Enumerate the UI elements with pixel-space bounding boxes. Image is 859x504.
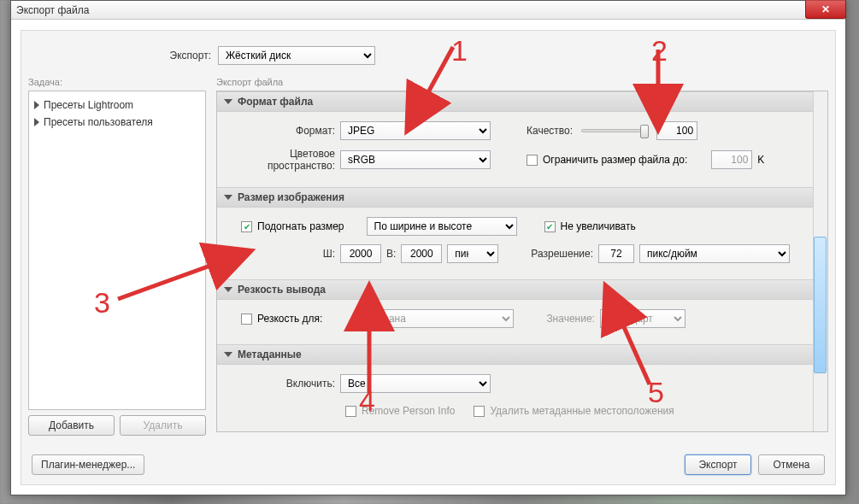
settings-scroll: Формат файла Формат: JPEG Качество: Цв xyxy=(216,91,828,432)
export-dialog: Экспорт файла ✕ Экспорт: Жёсткий диск За… xyxy=(10,0,846,495)
preset-user[interactable]: Пресеты пользователя xyxy=(32,114,202,131)
scrollbar[interactable] xyxy=(813,91,827,431)
format-select[interactable]: JPEG xyxy=(340,121,491,140)
limit-filesize-input[interactable] xyxy=(711,150,752,169)
dialog-body: Экспорт: Жёсткий диск Задача: Пресеты Li… xyxy=(21,30,836,485)
section-sharpen-body: Резкость для: Экрана Значение: Стандарт xyxy=(217,300,827,344)
chevron-down-icon xyxy=(224,195,232,200)
remove-location-checkbox[interactable] xyxy=(474,406,485,417)
export-destination-row: Экспорт: Жёсткий диск xyxy=(21,31,835,77)
window-title: Экспорт файла xyxy=(16,4,89,16)
preset-label: Пресеты пользователя xyxy=(44,116,153,128)
fit-checkbox[interactable]: ✔ xyxy=(241,221,252,232)
triangle-icon xyxy=(34,118,39,126)
footer: Плагин-менеджер... Экспорт Отмена xyxy=(21,445,835,484)
close-icon: ✕ xyxy=(821,3,830,15)
width-label: Ш: xyxy=(227,248,335,260)
format-label: Формат: xyxy=(227,125,335,137)
sharpen-amount-label: Значение: xyxy=(546,313,595,325)
sidebar: Задача: Пресеты Lightroom Пресеты пользо… xyxy=(28,77,206,436)
preset-lightroom[interactable]: Пресеты Lightroom xyxy=(32,97,202,114)
triangle-icon xyxy=(34,101,39,109)
chevron-down-icon xyxy=(224,352,232,357)
chevron-down-icon xyxy=(224,287,232,292)
remove-person-label: Remove Person Info xyxy=(362,405,455,417)
width-input[interactable] xyxy=(340,244,381,263)
preset-label: Пресеты Lightroom xyxy=(44,99,133,111)
unit-select[interactable]: пиксел xyxy=(447,244,498,263)
quality-label: Качество: xyxy=(527,125,573,137)
scrollbar-thumb[interactable] xyxy=(814,237,827,373)
remove-location-label: Удалить метаданные местоположения xyxy=(490,405,674,417)
height-label: В: xyxy=(386,248,396,260)
remove-preset-button[interactable]: Удалить xyxy=(120,415,206,436)
sharpen-checkbox[interactable] xyxy=(241,314,252,325)
slider-thumb[interactable] xyxy=(640,125,649,138)
noupscale-label: Не увеличивать xyxy=(561,220,636,232)
limit-filesize-checkbox[interactable] xyxy=(527,155,538,166)
section-sharpen-header[interactable]: Резкость вывода xyxy=(217,279,827,300)
section-metadata-header[interactable]: Метаданные xyxy=(217,344,827,365)
export-destination-select[interactable]: Жёсткий диск xyxy=(218,46,375,65)
quality-input[interactable] xyxy=(656,121,697,140)
section-metadata-body: Включить: Все Remove Person Info Удалить… xyxy=(217,365,827,432)
height-input[interactable] xyxy=(401,244,442,263)
add-preset-button[interactable]: Добавить xyxy=(28,415,115,436)
section-size-body: ✔ Подогнать размер По ширине и высоте ✔ … xyxy=(217,208,827,279)
titlebar[interactable]: Экспорт файла ✕ xyxy=(11,1,845,20)
include-label: Включить: xyxy=(227,378,335,390)
plugin-manager-button[interactable]: Плагин-менеджер... xyxy=(32,454,144,475)
cancel-button[interactable]: Отмена xyxy=(758,454,825,475)
resolution-label: Разрешение: xyxy=(531,248,593,260)
noupscale-checkbox[interactable]: ✔ xyxy=(544,221,556,232)
resolution-input[interactable] xyxy=(598,244,634,263)
sharpen-label: Резкость для: xyxy=(257,313,322,325)
chevron-down-icon xyxy=(224,99,232,104)
export-button[interactable]: Экспорт xyxy=(685,454,751,475)
fit-mode-select[interactable]: По ширине и высоте xyxy=(367,217,517,236)
fit-label: Подогнать размер xyxy=(257,220,344,232)
resolution-unit-select[interactable]: пикс/дюйм xyxy=(639,244,790,263)
sharpen-for-select[interactable]: Экрана xyxy=(363,309,514,328)
include-select[interactable]: Все xyxy=(340,374,491,393)
main-panel: Экспорт файла Формат файла Формат: JPEG … xyxy=(216,77,828,436)
export-label: Экспорт: xyxy=(21,50,211,62)
colorspace-label: Цветовое пространство: xyxy=(227,148,335,172)
section-size-header[interactable]: Размер изображения xyxy=(217,187,827,208)
colorspace-select[interactable]: sRGB xyxy=(340,150,491,169)
section-format-header[interactable]: Формат файла xyxy=(217,91,827,112)
limit-filesize-label: Ограничить размер файла до: xyxy=(543,154,687,166)
main-header: Экспорт файла xyxy=(216,77,828,87)
sharpen-amount-select[interactable]: Стандарт xyxy=(600,309,685,328)
section-format-body: Формат: JPEG Качество: Цветовое простран… xyxy=(217,112,827,187)
limit-unit: K xyxy=(757,154,764,166)
close-button[interactable]: ✕ xyxy=(805,0,846,19)
sidebar-header: Задача: xyxy=(28,77,206,87)
preset-list[interactable]: Пресеты Lightroom Пресеты пользователя xyxy=(28,91,206,410)
remove-person-checkbox[interactable] xyxy=(345,406,356,417)
quality-slider[interactable] xyxy=(581,129,648,132)
